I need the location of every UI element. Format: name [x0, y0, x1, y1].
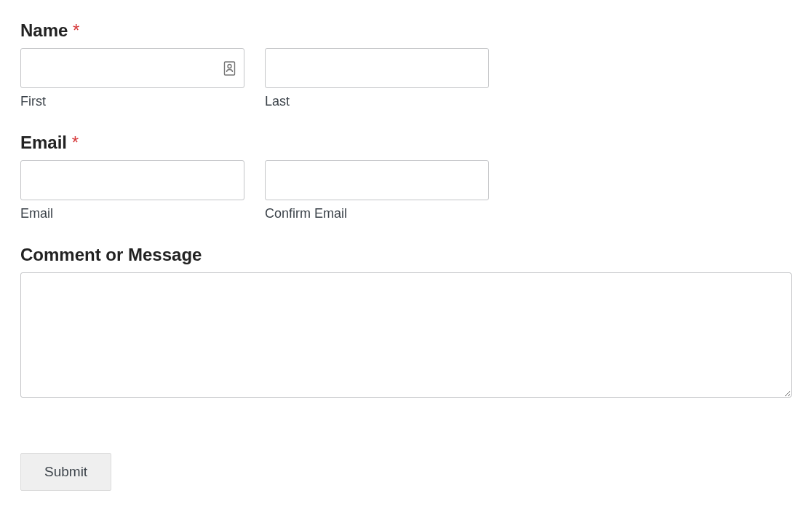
first-name-col: First — [20, 48, 244, 109]
email-row: Email Confirm Email — [20, 160, 792, 221]
comment-label: Comment or Message — [20, 245, 792, 265]
submit-button[interactable]: Submit — [20, 453, 111, 491]
first-name-sublabel: First — [20, 94, 244, 109]
first-name-input[interactable] — [20, 48, 244, 88]
email-group: Email * Email Confirm Email — [20, 133, 792, 221]
last-name-input[interactable] — [265, 48, 489, 88]
first-name-wrapper — [20, 48, 244, 88]
comment-textarea[interactable] — [20, 272, 792, 398]
name-label-text: Name — [20, 20, 68, 40]
email-required-marker: * — [72, 133, 79, 152]
comment-group: Comment or Message — [20, 245, 792, 401]
email-col: Email — [20, 160, 244, 221]
confirm-email-input[interactable] — [265, 160, 489, 200]
email-sublabel: Email — [20, 206, 244, 221]
confirm-email-sublabel: Confirm Email — [265, 206, 489, 221]
contact-form: Name * First Las — [20, 20, 792, 491]
name-required-marker: * — [73, 20, 79, 40]
name-row: First Last — [20, 48, 792, 109]
confirm-email-col: Confirm Email — [265, 160, 489, 221]
name-group: Name * First Las — [20, 20, 792, 109]
email-label-text: Email — [20, 133, 67, 152]
email-input[interactable] — [20, 160, 244, 200]
email-label: Email * — [20, 133, 792, 153]
last-name-sublabel: Last — [265, 94, 489, 109]
name-label: Name * — [20, 20, 792, 41]
last-name-col: Last — [265, 48, 489, 109]
